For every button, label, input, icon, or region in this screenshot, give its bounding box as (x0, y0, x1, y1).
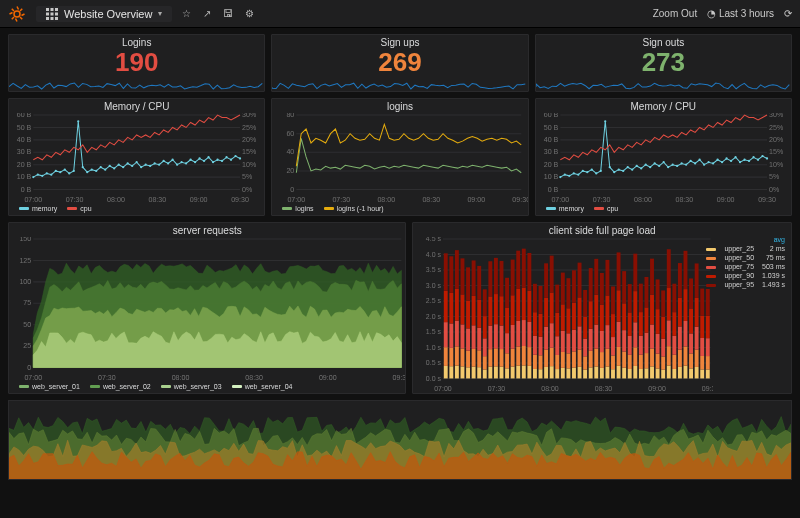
svg-point-58 (127, 162, 129, 164)
panel-memory-cpu-left[interactable]: Memory / CPU 0 B10 B20 B30 B40 B50 B60 B… (8, 98, 265, 216)
svg-rect-330 (567, 368, 571, 378)
svg-point-169 (748, 160, 750, 162)
svg-point-82 (234, 155, 236, 157)
legend-item[interactable]: cpu (67, 205, 91, 212)
svg-point-66 (163, 160, 165, 162)
save-icon[interactable]: 🖫 (223, 8, 233, 19)
svg-rect-340 (578, 367, 582, 379)
svg-rect-386 (628, 355, 632, 369)
zoom-out-button[interactable]: Zoom Out (653, 8, 697, 19)
svg-rect-435 (684, 366, 688, 379)
svg-rect-319 (550, 256, 554, 293)
svg-rect-276 (506, 353, 510, 368)
panel-logins[interactable]: logins 02040608007:0007:3008:0008:3009:0… (271, 98, 528, 216)
svg-text:4.5 s: 4.5 s (426, 237, 442, 243)
svg-rect-307 (539, 337, 543, 356)
svg-rect-372 (611, 337, 615, 355)
legend-item[interactable]: logins (282, 205, 313, 212)
legend-item[interactable]: memory (19, 205, 57, 212)
svg-rect-361 (600, 352, 604, 368)
svg-rect-384 (623, 271, 627, 303)
stat-value: 273 (642, 49, 685, 75)
svg-rect-6 (55, 12, 58, 15)
svg-text:10%: 10% (242, 161, 257, 169)
svg-rect-243 (467, 301, 471, 329)
legend-item[interactable]: web_server_01 (19, 383, 80, 390)
legend-item[interactable]: web_server_04 (232, 383, 293, 390)
settings-icon[interactable]: ⚙ (245, 8, 254, 19)
svg-rect-451 (701, 356, 705, 369)
refresh-icon[interactable]: ⟳ (784, 8, 792, 19)
svg-text:1.5 s: 1.5 s (426, 328, 442, 336)
svg-rect-252 (478, 328, 482, 351)
svg-rect-416 (662, 356, 666, 369)
svg-rect-292 (522, 320, 526, 346)
svg-point-131 (577, 173, 579, 175)
singlestat-panel[interactable]: Sign outs273 (535, 34, 792, 92)
svg-rect-457 (706, 338, 710, 356)
grafana-logo-icon[interactable] (8, 5, 26, 23)
svg-rect-244 (467, 267, 471, 300)
legend-item[interactable]: logins (-1 hour) (324, 205, 384, 212)
svg-rect-273 (500, 296, 504, 325)
svg-rect-318 (550, 292, 554, 323)
svg-point-165 (730, 160, 732, 162)
svg-rect-298 (528, 291, 532, 322)
svg-rect-306 (539, 355, 543, 369)
svg-text:09:30: 09:30 (231, 196, 249, 204)
svg-point-146 (644, 164, 646, 166)
panel-memory-cpu-right[interactable]: Memory / CPU 0 B10 B20 B30 B40 B50 B60 B… (535, 98, 792, 216)
svg-rect-341 (578, 349, 582, 366)
svg-text:08:30: 08:30 (423, 196, 441, 204)
svg-point-173 (766, 157, 768, 159)
svg-rect-239 (461, 258, 465, 294)
legend-row[interactable]: upper_951.493 s (702, 280, 789, 289)
svg-rect-387 (628, 336, 632, 355)
time-range-picker[interactable]: ◔ Last 3 hours (707, 8, 774, 19)
svg-rect-390 (634, 366, 638, 378)
svg-rect-367 (606, 325, 610, 349)
svg-text:15%: 15% (769, 148, 784, 156)
legend-item[interactable]: web_server_02 (90, 383, 151, 390)
legend-item[interactable]: cpu (594, 205, 618, 212)
svg-text:0.5 s: 0.5 s (426, 359, 442, 367)
svg-rect-376 (617, 347, 621, 366)
svg-rect-277 (506, 333, 510, 353)
svg-rect-304 (533, 284, 537, 312)
svg-rect-394 (634, 254, 638, 291)
svg-rect-315 (550, 366, 554, 378)
svg-text:07:30: 07:30 (98, 374, 116, 382)
svg-rect-411 (656, 354, 660, 369)
legend-item[interactable]: memory (546, 205, 584, 212)
dashboard-picker[interactable]: Website Overview ▾ (36, 6, 172, 22)
panel-page-load[interactable]: client side full page load 0.0 s0.5 s1.0… (412, 222, 792, 394)
svg-point-149 (658, 165, 660, 167)
legend-row[interactable]: upper_75503 ms (702, 262, 789, 271)
svg-rect-352 (589, 329, 593, 351)
svg-text:5%: 5% (242, 173, 253, 181)
share-icon[interactable]: ↗ (203, 8, 211, 19)
panel-server-requests[interactable]: server requests 025507510012515007:0007:… (8, 222, 406, 394)
svg-rect-238 (461, 294, 465, 324)
svg-point-46 (73, 170, 75, 172)
svg-point-166 (734, 156, 736, 158)
panel-footer-sparkline[interactable] (8, 400, 792, 480)
svg-point-74 (198, 157, 200, 159)
svg-rect-324 (556, 285, 560, 313)
svg-rect-447 (695, 327, 699, 350)
legend-row[interactable]: upper_5075 ms (702, 253, 789, 262)
svg-rect-442 (690, 333, 694, 353)
svg-rect-225 (450, 366, 454, 378)
singlestat-panel[interactable]: Sign ups269 (271, 34, 528, 92)
svg-rect-385 (628, 369, 632, 378)
legend-row[interactable]: upper_901.039 s (702, 271, 789, 280)
svg-rect-305 (539, 369, 543, 378)
svg-rect-421 (667, 346, 671, 365)
svg-text:08:00: 08:00 (378, 196, 396, 204)
legend-row[interactable]: upper_252 ms (702, 244, 789, 253)
singlestat-panel[interactable]: Logins190 (8, 34, 265, 92)
star-icon[interactable]: ☆ (182, 8, 191, 19)
svg-rect-263 (489, 296, 493, 325)
svg-rect-377 (617, 322, 621, 347)
legend-item[interactable]: web_server_03 (161, 383, 222, 390)
